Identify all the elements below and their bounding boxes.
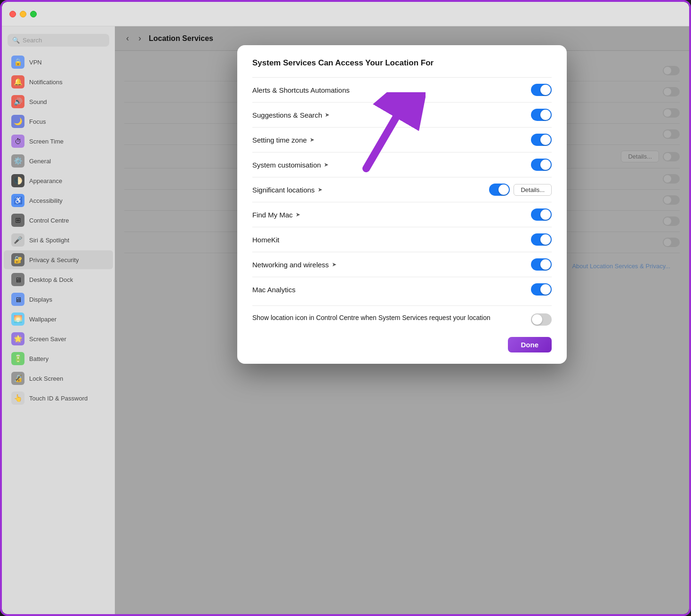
findmymac-toggle[interactable] [531, 208, 552, 221]
touchid-icon: 👆 [11, 392, 24, 405]
modal-row-customisation: System customisation ➤ [252, 152, 552, 177]
sidebar-item-battery[interactable]: 🔋 Battery [4, 349, 113, 368]
main-panel: ‹ › Location Services Detai [115, 26, 689, 614]
sidebar-label-screentime: Screen Time [29, 138, 64, 145]
networking-text: Networking and wireless [252, 261, 329, 269]
locations-location-icon: ➤ [318, 186, 322, 193]
privacy-icon: 🔐 [11, 253, 24, 266]
modal-overlay: System Services Can Access Your Location… [115, 26, 689, 614]
sidebar-label-wallpaper: Wallpaper [29, 316, 56, 323]
focus-icon: 🌙 [11, 115, 24, 128]
close-button[interactable] [9, 11, 16, 17]
sidebar-label-touchid: Touch ID & Password [29, 395, 88, 402]
analytics-toggle[interactable] [531, 283, 552, 296]
sidebar-item-accessibility[interactable]: ♿ Accessibility [4, 191, 113, 210]
customisation-toggle[interactable] [531, 159, 552, 171]
sidebar-item-general[interactable]: ⚙️ General [4, 152, 113, 170]
findmymac-label: Find My Mac ➤ [252, 211, 300, 219]
search-placeholder: Search [23, 37, 42, 44]
networking-toggle[interactable] [531, 258, 552, 271]
sidebar-item-lockscreen[interactable]: 🔏 Lock Screen [4, 369, 113, 388]
sidebar-item-privacy[interactable]: 🔐 Privacy & Security [4, 250, 113, 269]
show-location-row: Show location icon in Control Centre whe… [252, 305, 552, 329]
show-location-toggle[interactable] [531, 313, 552, 326]
modal-row-findmymac: Find My Mac ➤ [252, 202, 552, 227]
appearance-icon: 🌓 [11, 174, 24, 187]
suggestions-location-icon: ➤ [325, 112, 329, 118]
customisation-text: System customisation [252, 161, 321, 169]
modal-row-alerts: Alerts & Shortcuts Automations [252, 77, 552, 102]
sidebar-item-focus[interactable]: 🌙 Focus [4, 112, 113, 131]
sidebar-item-siri[interactable]: 🎤 Siri & Spotlight [4, 231, 113, 249]
timezone-location-icon: ➤ [310, 136, 314, 143]
maximize-button[interactable] [30, 11, 37, 17]
done-button[interactable]: Done [508, 337, 552, 352]
sidebar-item-wallpaper[interactable]: 🌅 Wallpaper [4, 310, 113, 328]
sidebar-item-desktop[interactable]: 🖥 Desktop & Dock [4, 270, 113, 289]
customisation-label: System customisation ➤ [252, 161, 329, 169]
suggestions-label: Suggestions & Search ➤ [252, 111, 329, 119]
vpn-icon: 🔒 [11, 56, 24, 69]
sidebar-item-appearance[interactable]: 🌓 Appearance [4, 171, 113, 190]
siri-icon: 🎤 [11, 233, 24, 247]
modal-row-networking: Networking and wireless ➤ [252, 252, 552, 277]
networking-location-icon: ➤ [332, 261, 337, 268]
sidebar-label-desktop: Desktop & Dock [29, 276, 73, 283]
done-row: Done [252, 337, 552, 352]
modal-title: System Services Can Access Your Location… [252, 58, 552, 68]
sound-icon: 🔊 [11, 95, 24, 108]
search-icon: 🔍 [12, 37, 20, 44]
timezone-label: Setting time zone ➤ [252, 136, 314, 144]
show-location-text: Show location icon in Control Centre whe… [252, 313, 522, 323]
sidebar-label-vpn: VPN [29, 59, 42, 66]
sidebar-item-touchid[interactable]: 👆 Touch ID & Password [4, 389, 113, 408]
sidebar-item-screensaver[interactable]: 🌟 Screen Saver [4, 329, 113, 348]
general-icon: ⚙️ [11, 154, 24, 168]
content-area: 🔍 Search 🔒 VPN 🔔 Notifications 🔊 Sound 🌙… [2, 26, 689, 614]
minimize-button[interactable] [20, 11, 26, 17]
locations-text: Significant locations [252, 186, 315, 194]
sidebar-label-sound: Sound [29, 98, 47, 105]
analytics-label: Mac Analytics [252, 286, 296, 294]
modal-row-timezone: Setting time zone ➤ [252, 127, 552, 152]
locations-toggle[interactable] [489, 184, 510, 196]
sidebar-label-siri: Siri & Spotlight [29, 237, 69, 244]
alerts-toggle[interactable] [531, 84, 552, 96]
lockscreen-icon: 🔏 [11, 372, 24, 385]
battery-icon: 🔋 [11, 352, 24, 365]
search-box[interactable]: 🔍 Search [8, 34, 109, 47]
displays-icon: 🖥 [11, 293, 24, 306]
modal-row-analytics: Mac Analytics [252, 277, 552, 302]
sidebar-item-notifications[interactable]: 🔔 Notifications [4, 72, 113, 91]
modal-dialog: System Services Can Access Your Location… [237, 45, 567, 364]
timezone-toggle[interactable] [531, 134, 552, 146]
sidebar-label-lockscreen: Lock Screen [29, 375, 63, 382]
suggestions-text: Suggestions & Search [252, 111, 322, 119]
modal-row-suggestions: Suggestions & Search ➤ [252, 102, 552, 127]
accessibility-icon: ♿ [11, 194, 24, 207]
networking-label: Networking and wireless ➤ [252, 261, 337, 269]
findmymac-text: Find My Mac [252, 211, 293, 219]
sidebar-label-displays: Displays [29, 296, 52, 303]
sidebar-item-screentime[interactable]: ⏱ Screen Time [4, 132, 113, 151]
sidebar-item-vpn[interactable]: 🔒 VPN [4, 53, 113, 72]
traffic-lights [9, 11, 37, 17]
sidebar-item-sound[interactable]: 🔊 Sound [4, 92, 113, 111]
modal-row-locations: Significant locations ➤ Details... [252, 177, 552, 202]
sidebar-label-general: General [29, 158, 51, 165]
suggestions-toggle[interactable] [531, 109, 552, 121]
sidebar-item-control[interactable]: ⊞ Control Centre [4, 211, 113, 230]
locations-details-button[interactable]: Details... [514, 184, 552, 196]
customisation-location-icon: ➤ [324, 161, 329, 168]
alerts-label: Alerts & Shortcuts Automations [252, 86, 350, 94]
main-window: 🔍 Search 🔒 VPN 🔔 Notifications 🔊 Sound 🌙… [2, 2, 689, 614]
sidebar-label-battery: Battery [29, 355, 48, 362]
homekit-toggle[interactable] [531, 233, 552, 246]
sidebar-item-displays[interactable]: 🖥 Displays [4, 290, 113, 309]
notifications-icon: 🔔 [11, 75, 24, 88]
findmymac-location-icon: ➤ [296, 211, 300, 218]
analytics-text: Mac Analytics [252, 286, 296, 294]
sidebar-label-accessibility: Accessibility [29, 197, 63, 204]
sidebar-label-appearance: Appearance [29, 177, 62, 184]
sidebar-label-privacy: Privacy & Security [29, 256, 79, 264]
